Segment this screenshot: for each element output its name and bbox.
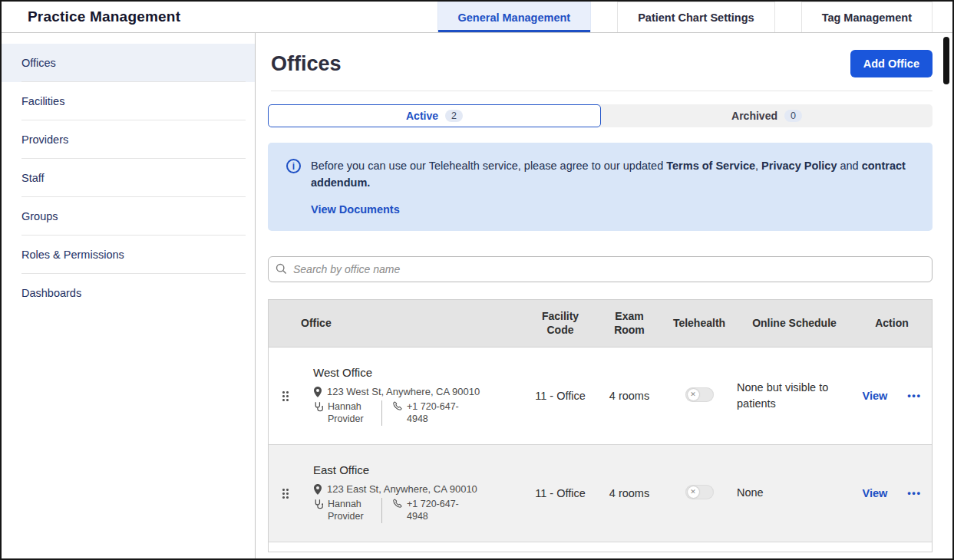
drag-handle-icon[interactable] bbox=[282, 390, 289, 401]
toggle-off-icon bbox=[688, 486, 699, 498]
top-header: Practice Management General Management P… bbox=[2, 2, 952, 33]
office-address: 123 East St, Anywhere, CA 90010 bbox=[327, 483, 477, 495]
office-name: East Office bbox=[313, 463, 523, 476]
office-address-line: 123 West St, Anywhere, CA 90010 bbox=[313, 386, 523, 397]
exam-room-cell: 4 rooms bbox=[597, 487, 662, 499]
banner-text: Before you can use our Telehealth servic… bbox=[311, 157, 914, 192]
telehealth-banner: Before you can use our Telehealth servic… bbox=[268, 143, 933, 231]
sidebar-item-label: Facilities bbox=[21, 95, 64, 107]
drag-handle-icon[interactable] bbox=[282, 488, 289, 499]
add-office-button[interactable]: Add Office bbox=[850, 50, 933, 77]
scrollbar-thumb[interactable] bbox=[943, 37, 949, 84]
toggle-off-icon bbox=[688, 389, 699, 400]
title-divider bbox=[271, 91, 933, 91]
column-header-telehealth: Telehealth bbox=[662, 311, 737, 334]
phone-number: +1 720-647-4948 bbox=[407, 498, 473, 523]
office-cell: East Office 123 East St, Anywhere, CA 90… bbox=[301, 453, 523, 534]
column-header-office: Office bbox=[301, 311, 523, 334]
phone-icon bbox=[393, 499, 402, 508]
page-title: Offices bbox=[271, 52, 342, 76]
offices-table: Office Facility Code Exam Room Telehealt… bbox=[268, 299, 933, 552]
info-icon bbox=[286, 159, 301, 173]
search-icon bbox=[276, 263, 287, 275]
practice-management-window: Practice Management General Management P… bbox=[0, 0, 954, 560]
app-title: Practice Management bbox=[2, 8, 180, 25]
view-documents-link[interactable]: View Documents bbox=[311, 203, 400, 216]
column-header-action: Action bbox=[852, 311, 932, 334]
tab-active[interactable]: Active 2 bbox=[268, 104, 601, 127]
sidebar-item-label: Staff bbox=[21, 172, 45, 184]
table-row-east-office: East Office 123 East St, Anywhere, CA 90… bbox=[269, 445, 932, 542]
office-address-line: 123 East St, Anywhere, CA 90010 bbox=[313, 483, 523, 495]
table-row-partial bbox=[269, 542, 932, 552]
sidebar-item-label: Dashboards bbox=[21, 287, 81, 299]
archived-count-badge: 0 bbox=[784, 110, 802, 122]
tab-active-label: Active bbox=[406, 110, 438, 122]
exam-room-cell: 4 rooms bbox=[597, 390, 662, 402]
sidebar-item-label: Groups bbox=[21, 210, 58, 222]
tab-archived[interactable]: Archived 0 bbox=[601, 104, 933, 127]
top-tabs: General Management Patient Chart Setting… bbox=[437, 2, 953, 32]
more-options-button[interactable]: ••• bbox=[907, 487, 921, 499]
view-link[interactable]: View bbox=[863, 487, 888, 499]
location-pin-icon bbox=[313, 484, 322, 495]
column-header-online-schedule: Online Schedule bbox=[737, 311, 852, 334]
sidebar-item-providers[interactable]: Providers bbox=[2, 120, 255, 159]
provider-name: Hannah Provider bbox=[328, 498, 371, 523]
office-cell: West Office 123 West St, Anywhere, CA 90… bbox=[301, 355, 523, 436]
sidebar-item-dashboards[interactable]: Dashboards bbox=[2, 274, 255, 312]
office-contact-line: Hannah Provider +1 720-647-4948 bbox=[313, 400, 523, 426]
terms-of-service-text: Terms of Service bbox=[666, 160, 755, 172]
view-link[interactable]: View bbox=[863, 390, 888, 402]
more-options-button[interactable]: ••• bbox=[907, 390, 921, 401]
sidebar-item-groups[interactable]: Groups bbox=[2, 197, 255, 236]
table-header-row: Office Facility Code Exam Room Telehealt… bbox=[269, 300, 932, 348]
active-count-badge: 2 bbox=[445, 110, 463, 122]
telehealth-toggle[interactable] bbox=[685, 485, 714, 499]
sidebar: Offices Facilities Providers Staff Group… bbox=[2, 33, 256, 558]
office-name: West Office bbox=[313, 366, 523, 379]
table-row-west-office: West Office 123 West St, Anywhere, CA 90… bbox=[269, 348, 932, 445]
tab-general-management[interactable]: General Management bbox=[437, 2, 592, 32]
sidebar-item-label: Providers bbox=[21, 133, 68, 146]
telehealth-toggle[interactable] bbox=[685, 387, 714, 402]
body-layout: Offices Facilities Providers Staff Group… bbox=[2, 33, 952, 558]
banner-body: Before you can use our Telehealth servic… bbox=[311, 157, 914, 216]
vertical-divider bbox=[381, 400, 382, 426]
stethoscope-icon bbox=[313, 499, 323, 509]
search-input[interactable] bbox=[268, 256, 933, 282]
banner-text-prefix: Before you can use our Telehealth servic… bbox=[311, 160, 666, 172]
privacy-policy-text: Privacy Policy bbox=[761, 160, 837, 172]
online-schedule-cell: None but visible to patients bbox=[737, 380, 852, 412]
banner-separator: and bbox=[837, 160, 861, 172]
location-pin-icon bbox=[313, 387, 322, 397]
stethoscope-icon bbox=[313, 401, 323, 412]
sidebar-item-facilities[interactable]: Facilities bbox=[2, 82, 255, 120]
office-address: 123 West St, Anywhere, CA 90010 bbox=[327, 386, 480, 397]
column-header-exam-room: Exam Room bbox=[597, 305, 662, 341]
tab-archived-label: Archived bbox=[731, 110, 777, 122]
sidebar-item-roles-permissions[interactable]: Roles & Permissions bbox=[2, 236, 255, 274]
facility-code-cell: 11 - Office bbox=[523, 487, 597, 499]
banner-separator: , bbox=[755, 160, 761, 172]
facility-code-cell: 11 - Office bbox=[523, 390, 597, 402]
phone-number: +1 720-647-4948 bbox=[407, 400, 473, 426]
column-header-facility-code: Facility Code bbox=[523, 305, 597, 341]
sidebar-item-staff[interactable]: Staff bbox=[2, 159, 255, 197]
drag-column-header bbox=[269, 318, 301, 328]
sidebar-item-label: Roles & Permissions bbox=[21, 249, 124, 261]
sidebar-item-offices[interactable]: Offices bbox=[2, 44, 255, 82]
vertical-divider bbox=[381, 498, 382, 523]
tab-patient-chart-settings[interactable]: Patient Chart Settings bbox=[617, 2, 774, 32]
tab-tag-management[interactable]: Tag Management bbox=[801, 2, 933, 32]
online-schedule-cell: None bbox=[737, 485, 852, 501]
sidebar-item-label: Offices bbox=[21, 57, 56, 69]
status-tabs: Active 2 Archived 0 bbox=[268, 104, 933, 127]
title-row: Offices Add Office bbox=[268, 50, 933, 77]
office-contact-line: Hannah Provider +1 720-647-4948 bbox=[313, 498, 523, 523]
main-content: Offices Add Office Active 2 Archived 0 B… bbox=[256, 33, 952, 558]
phone-icon bbox=[393, 401, 402, 410]
provider-name: Hannah Provider bbox=[328, 400, 371, 426]
search-box bbox=[268, 256, 933, 282]
